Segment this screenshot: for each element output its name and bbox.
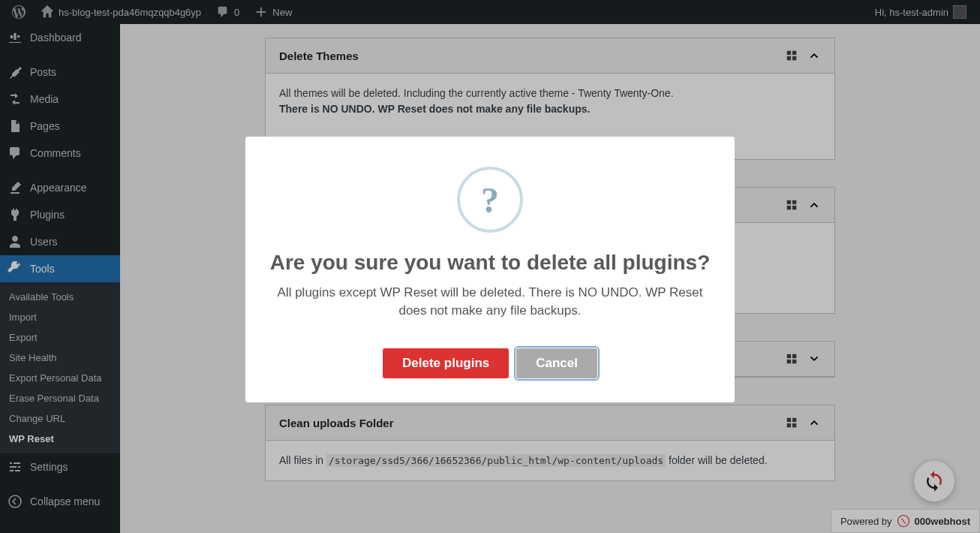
dialog-title: Are you sure you want to delete all plug…: [268, 251, 712, 275]
cancel-button[interactable]: Cancel: [516, 348, 597, 378]
question-icon: ?: [457, 167, 523, 233]
dialog-text: All plugins except WP Reset will be dele…: [268, 284, 712, 320]
confirm-dialog: ? Are you sure you want to delete all pl…: [245, 137, 735, 402]
dialog-buttons: Delete plugins Cancel: [268, 348, 712, 378]
delete-plugins-button[interactable]: Delete plugins: [383, 348, 509, 378]
